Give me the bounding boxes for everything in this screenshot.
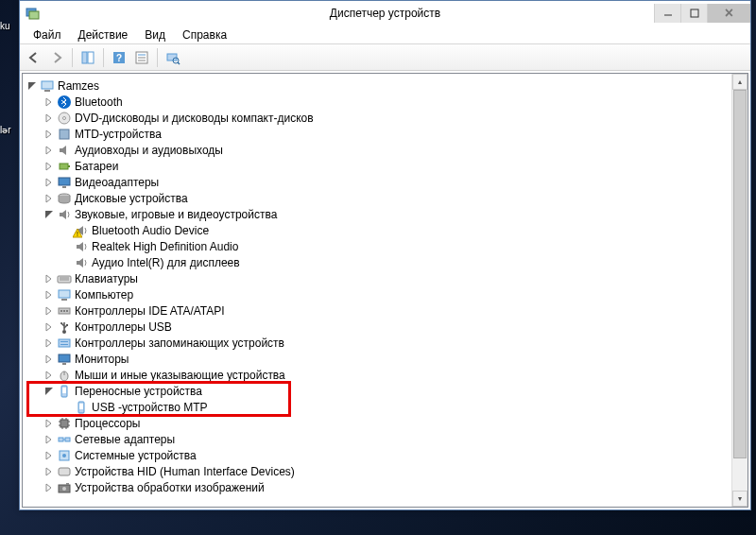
expander-icon[interactable] xyxy=(43,161,55,172)
tree-category[interactable]: Батареи xyxy=(23,158,747,174)
back-button[interactable] xyxy=(24,47,44,68)
scroll-down-button[interactable]: ▾ xyxy=(732,491,747,507)
expander-icon[interactable] xyxy=(43,466,55,477)
expander-icon[interactable] xyxy=(43,289,55,301)
tree-device-label: USB -устройство MTP xyxy=(92,401,208,414)
expander-icon[interactable] xyxy=(43,386,55,397)
tree-category[interactable]: MTD-устройства xyxy=(23,126,747,142)
vertical-scrollbar[interactable]: ▴ ▾ xyxy=(731,74,747,507)
svg-rect-21 xyxy=(60,164,68,169)
scroll-thumb[interactable] xyxy=(733,90,747,458)
sound-icon xyxy=(74,255,89,270)
tree-category[interactable]: Контроллеры USB xyxy=(23,319,747,335)
expander-icon[interactable] xyxy=(43,273,55,285)
tree-category[interactable]: Мониторы xyxy=(23,351,747,367)
show-hide-tree-button[interactable] xyxy=(77,47,98,68)
minimize-button[interactable] xyxy=(654,4,680,23)
tree-category[interactable]: Устройства HID (Human Interface Devices) xyxy=(23,463,747,479)
expander-icon[interactable] xyxy=(43,209,55,220)
menu-file[interactable]: Файл xyxy=(26,26,69,43)
tree-category[interactable]: Звуковые, игровые и видеоустройства xyxy=(23,206,747,222)
tree-root[interactable]: Ramzes xyxy=(23,78,747,94)
svg-point-36 xyxy=(62,330,66,334)
tree-category[interactable]: Bluetooth xyxy=(23,94,747,110)
svg-rect-44 xyxy=(60,344,68,345)
expander-icon[interactable] xyxy=(43,112,55,124)
tree-category[interactable]: Видеоадаптеры xyxy=(23,174,747,190)
svg-rect-52 xyxy=(79,404,83,409)
svg-point-40 xyxy=(60,322,62,324)
scan-hardware-button[interactable] xyxy=(163,47,183,68)
tree-category[interactable]: Клавиатуры xyxy=(23,270,747,286)
device-manager-window: Диспетчер устройств × Файл Действие Вид … xyxy=(19,0,751,510)
usb-icon xyxy=(57,319,72,335)
tree-category[interactable]: Переносные устройства xyxy=(23,383,747,399)
svg-line-14 xyxy=(178,62,180,64)
expander-icon[interactable] xyxy=(43,193,55,204)
desktop-icon-fragment: lər xyxy=(0,125,11,135)
tree-category[interactable]: Системные устройства xyxy=(23,447,747,463)
portable-icon xyxy=(74,400,89,415)
svg-rect-30 xyxy=(59,290,70,298)
svg-rect-16 xyxy=(44,90,50,92)
svg-rect-53 xyxy=(60,420,68,427)
menu-help[interactable]: Справка xyxy=(175,26,234,43)
scroll-up-button[interactable]: ▴ xyxy=(732,74,747,90)
close-button[interactable]: × xyxy=(707,4,750,23)
monitor-icon xyxy=(57,352,72,367)
svg-point-34 xyxy=(63,310,65,312)
menu-action[interactable]: Действие xyxy=(71,26,136,43)
expander-icon[interactable] xyxy=(43,305,55,317)
menubar: Файл Действие Вид Справка xyxy=(20,26,750,44)
sound-icon xyxy=(57,207,72,222)
expander-icon[interactable] xyxy=(43,96,55,108)
sound-icon: ! xyxy=(74,223,89,238)
svg-rect-31 xyxy=(61,299,67,301)
device-tree[interactable]: RamzesBluetoothDVD-дисководы и дисководы… xyxy=(23,74,747,507)
svg-rect-23 xyxy=(59,178,70,185)
expander-icon[interactable] xyxy=(43,370,55,381)
tree-category[interactable]: Процессоры xyxy=(23,415,747,431)
portable-icon xyxy=(57,384,72,399)
expander-icon[interactable] xyxy=(43,177,55,188)
tree-category[interactable]: Мыши и иные указывающие устройства xyxy=(23,367,747,383)
tree-category[interactable]: Контроллеры запоминающих устройств xyxy=(23,335,747,351)
expander-icon[interactable] xyxy=(43,434,55,445)
tree-category[interactable]: DVD-дисководы и дисководы компакт-дисков xyxy=(23,110,747,126)
tree-category[interactable]: Контроллеры IDE ATA/ATAPI xyxy=(23,302,747,319)
svg-point-69 xyxy=(62,487,66,491)
titlebar[interactable]: Диспетчер устройств × xyxy=(20,1,750,26)
expander-icon[interactable] xyxy=(43,145,55,156)
mtd-icon xyxy=(57,127,72,142)
maximize-button[interactable] xyxy=(680,4,707,23)
hid-icon xyxy=(57,464,72,479)
expander-icon[interactable] xyxy=(43,337,55,349)
svg-rect-45 xyxy=(59,354,70,362)
expander-icon[interactable] xyxy=(26,80,38,92)
tree-device[interactable]: Realtek High Definition Audio xyxy=(23,238,747,254)
tree-category[interactable]: Сетевые адаптеры xyxy=(23,431,747,447)
expander-icon[interactable] xyxy=(43,450,55,461)
svg-rect-4 xyxy=(82,52,87,63)
expander-icon[interactable] xyxy=(43,321,55,333)
tree-category[interactable]: Аудиовходы и аудиовыходы xyxy=(23,142,747,158)
tree-category[interactable]: Дисковые устройства xyxy=(23,190,747,206)
tree-device[interactable]: USB -устройство MTP xyxy=(23,399,747,415)
expander-icon[interactable] xyxy=(43,354,55,365)
tree-category[interactable]: Компьютер xyxy=(23,286,747,302)
tree-category[interactable]: Устройства обработки изображений xyxy=(23,479,747,495)
menu-view[interactable]: Вид xyxy=(137,26,173,43)
properties-button[interactable] xyxy=(131,47,152,68)
cpu-icon xyxy=(57,416,72,431)
forward-button[interactable] xyxy=(46,47,67,68)
svg-rect-46 xyxy=(62,363,66,365)
expander-icon[interactable] xyxy=(43,129,55,140)
expander-icon[interactable] xyxy=(43,418,55,429)
tree-category-label: Переносные устройства xyxy=(75,385,202,398)
system-icon xyxy=(57,448,72,463)
sound-icon xyxy=(74,239,89,254)
expander-icon[interactable] xyxy=(43,482,55,493)
help-button[interactable]: ? xyxy=(109,47,129,68)
tree-device[interactable]: Аудио Intel(R) для дисплеев xyxy=(23,254,747,270)
tree-device[interactable]: !Bluetooth Audio Device xyxy=(23,222,747,238)
